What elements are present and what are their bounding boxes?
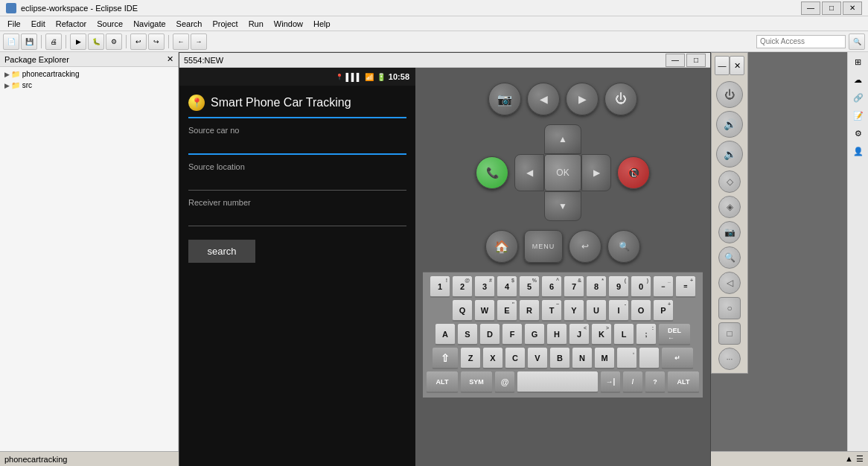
emu-minimize-btn[interactable]: — <box>715 56 730 75</box>
emu-vol-down-btn[interactable]: 🔉 <box>716 141 743 167</box>
toolbar-undo[interactable]: ↩ <box>130 33 147 50</box>
key-space[interactable] <box>517 371 599 393</box>
key-5[interactable]: %5 <box>519 275 540 298</box>
key-7[interactable]: &7 <box>564 275 584 298</box>
toolbar-print[interactable]: 🖨 <box>45 33 62 50</box>
key-e[interactable]: "E <box>497 299 517 322</box>
toolbar-debug[interactable]: 🐛 <box>88 33 104 50</box>
source-location-input[interactable] <box>188 174 406 191</box>
key-3[interactable]: #3 <box>474 275 495 298</box>
key-y[interactable]: Y <box>564 299 584 322</box>
toolbar-build[interactable]: ⚙ <box>106 33 122 50</box>
toolbar-icon-5[interactable]: ⚙ <box>850 125 867 141</box>
emu-more-btn[interactable]: ··· <box>718 348 741 370</box>
menu-refactor[interactable]: Refactor <box>51 18 92 30</box>
menu-window[interactable]: Window <box>269 18 307 30</box>
emu-back-btn[interactable]: ◁ <box>718 272 741 294</box>
search-button[interactable]: search <box>188 240 255 263</box>
key-b[interactable]: B <box>549 347 570 369</box>
key-k[interactable]: >K <box>591 323 612 345</box>
key-question[interactable]: ? <box>645 371 666 393</box>
key-w[interactable]: W <box>474 299 495 322</box>
emu-home-btn[interactable]: ○ <box>718 297 741 319</box>
key-shift[interactable]: ⇧ <box>432 347 459 369</box>
toolbar-redo[interactable]: ↪ <box>148 33 165 50</box>
maximize-button[interactable]: □ <box>822 1 841 15</box>
end-call-btn[interactable]: 📵 <box>617 156 650 189</box>
key-0[interactable]: )0 <box>631 275 651 298</box>
key-h[interactable]: H <box>546 323 567 345</box>
emu-square-btn[interactable]: □ <box>718 322 741 345</box>
dpad-center[interactable]: OK <box>544 154 581 191</box>
key-x[interactable]: X <box>482 347 503 369</box>
emu-rotate2-btn[interactable]: ◈ <box>718 196 741 218</box>
menu-edit[interactable]: Edit <box>27 18 50 30</box>
toolbar-forward[interactable]: → <box>191 33 207 50</box>
toolbar-new[interactable]: 📄 <box>3 33 19 50</box>
key-i[interactable]: -I <box>608 299 629 322</box>
key-m[interactable]: M <box>594 347 615 369</box>
back-btn[interactable]: ↩ <box>569 230 601 263</box>
toolbar-run[interactable]: ▶ <box>70 33 86 50</box>
source-car-input[interactable] <box>188 138 406 155</box>
menu-search[interactable]: Search <box>172 18 207 30</box>
key-f[interactable]: F <box>502 323 523 345</box>
dpad-down[interactable]: ▼ <box>544 191 581 221</box>
home-btn[interactable]: 🏠 <box>485 230 518 263</box>
search-btn-ctrl[interactable]: 🔍 <box>607 230 640 263</box>
emulator-minimize-btn[interactable]: — <box>666 54 685 67</box>
key-r[interactable]: R <box>519 299 540 322</box>
tree-item-expand1[interactable]: ▶ 📁 phonecartracking <box>1 68 176 80</box>
emu-zoom-btn[interactable]: 🔍 <box>718 246 741 269</box>
tree-item-expand2[interactable]: ▶ 📁 src <box>1 80 176 91</box>
key-d[interactable]: D <box>479 323 500 345</box>
emu-close-btn[interactable]: ✕ <box>730 56 744 75</box>
key-alt-left[interactable]: ALT <box>426 371 459 393</box>
quick-access-input[interactable] <box>756 35 846 48</box>
key-minus[interactable]: _− <box>653 275 674 298</box>
key-j[interactable]: <J <box>569 323 590 345</box>
key-a[interactable]: A <box>435 323 456 345</box>
dpad-up[interactable]: ▲ <box>544 124 581 154</box>
toolbar-icon-3[interactable]: 🔗 <box>850 89 867 106</box>
key-del[interactable]: DEL← <box>658 323 691 345</box>
camera-btn[interactable]: 📷 <box>488 83 521 115</box>
key-comma[interactable]: , <box>616 347 637 369</box>
toolbar-save[interactable]: 💾 <box>21 33 37 50</box>
key-p[interactable]: +P <box>653 299 674 322</box>
menu-navigate[interactable]: Navigate <box>129 18 170 30</box>
emulator-maximize-btn[interactable]: □ <box>686 54 706 67</box>
toolbar-icon-2[interactable]: ☁ <box>850 71 867 88</box>
key-6[interactable]: ^6 <box>541 275 562 298</box>
key-9[interactable]: (9 <box>608 275 629 298</box>
key-z[interactable]: Z <box>460 347 481 369</box>
key-4[interactable]: $4 <box>497 275 517 298</box>
vol-up-btn[interactable]: ▶ <box>566 83 599 115</box>
key-alt-right[interactable]: ALT <box>667 371 700 393</box>
menu-project[interactable]: Project <box>208 18 242 30</box>
key-u[interactable]: U <box>586 299 607 322</box>
menu-help[interactable]: Help <box>309 18 335 30</box>
key-l[interactable]: L <box>613 323 634 345</box>
toolbar-icon-6[interactable]: 👤 <box>850 143 867 159</box>
key-t[interactable]: ~T <box>541 299 562 322</box>
receiver-number-input[interactable] <box>188 210 406 226</box>
key-slash[interactable]: / <box>622 371 643 393</box>
toolbar-icon-4[interactable]: 📝 <box>850 107 867 124</box>
key-2[interactable]: @2 <box>452 275 473 298</box>
vol-down-btn[interactable]: ◀ <box>527 83 560 115</box>
key-v[interactable]: V <box>527 347 548 369</box>
toolbar-back[interactable]: ← <box>173 33 189 50</box>
key-equals[interactable]: += <box>675 275 696 298</box>
key-q[interactable]: Q <box>452 299 473 322</box>
minimize-button[interactable]: — <box>801 1 820 15</box>
key-n[interactable]: N <box>572 347 593 369</box>
key-period[interactable] <box>639 347 660 369</box>
menu-source[interactable]: Source <box>92 18 127 30</box>
key-semicolon[interactable]: :; <box>636 323 657 345</box>
key-tab-right[interactable]: →| <box>600 371 621 393</box>
power-btn[interactable]: ⏻ <box>604 83 637 115</box>
call-btn[interactable]: 📞 <box>476 156 508 189</box>
close-button[interactable]: ✕ <box>843 1 862 15</box>
dpad-right[interactable]: ▶ <box>581 154 611 191</box>
